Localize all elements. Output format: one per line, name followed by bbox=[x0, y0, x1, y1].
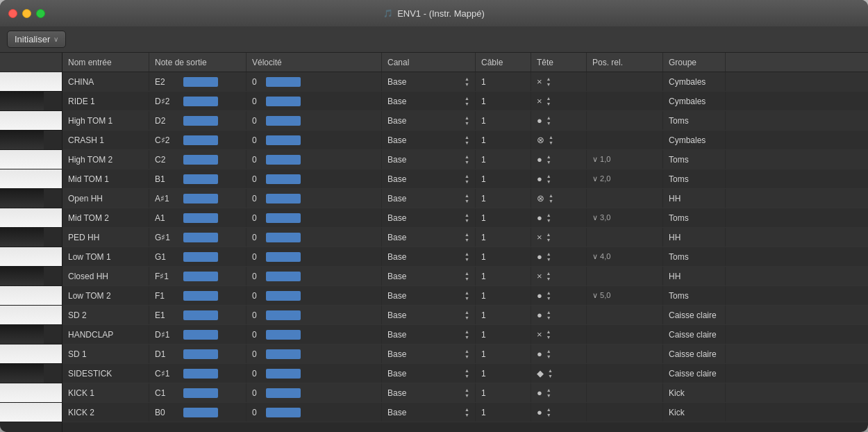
head-down-icon[interactable]: ▼ bbox=[546, 101, 551, 106]
up-arrow-icon[interactable]: ▲ bbox=[465, 368, 469, 373]
canal-spinner[interactable]: ▲▼ bbox=[465, 174, 469, 184]
table-row[interactable]: Open HHA♯10Base▲▼1⊗▲▼HH bbox=[62, 189, 868, 208]
table-row[interactable]: SIDESTICKC♯10Base▲▼1◆▲▼Caisse claire bbox=[62, 364, 868, 383]
table-row[interactable]: RIDE 1D♯20Base▲▼1×▲▼Cymbales bbox=[62, 92, 868, 111]
head-up-icon[interactable]: ▲ bbox=[546, 407, 551, 412]
head-up-icon[interactable]: ▲ bbox=[546, 154, 551, 159]
head-spinner[interactable]: ▲▼ bbox=[546, 213, 551, 223]
down-arrow-icon[interactable]: ▼ bbox=[465, 354, 469, 359]
down-arrow-icon[interactable]: ▼ bbox=[465, 140, 469, 145]
down-arrow-icon[interactable]: ▼ bbox=[465, 199, 469, 203]
down-arrow-icon[interactable]: ▼ bbox=[465, 218, 469, 223]
piano-key[interactable] bbox=[0, 169, 62, 189]
head-down-icon[interactable]: ▼ bbox=[546, 179, 551, 184]
head-spinner[interactable]: ▲▼ bbox=[546, 115, 551, 126]
head-down-icon[interactable]: ▼ bbox=[546, 257, 551, 262]
piano-key[interactable] bbox=[0, 383, 62, 403]
down-arrow-icon[interactable]: ▼ bbox=[465, 101, 469, 106]
canal-spinner[interactable]: ▲▼ bbox=[465, 193, 469, 203]
head-up-icon[interactable]: ▲ bbox=[546, 388, 551, 392]
up-arrow-icon[interactable]: ▲ bbox=[465, 135, 469, 140]
down-arrow-icon[interactable]: ▼ bbox=[465, 296, 469, 301]
canal-spinner[interactable]: ▲▼ bbox=[465, 329, 469, 340]
close-button[interactable] bbox=[8, 9, 17, 18]
initialiser-button[interactable]: Initialiser ∨ bbox=[7, 31, 66, 48]
canal-spinner[interactable]: ▲▼ bbox=[465, 232, 469, 242]
up-arrow-icon[interactable]: ▲ bbox=[465, 271, 469, 276]
up-arrow-icon[interactable]: ▲ bbox=[465, 154, 469, 159]
head-down-icon[interactable]: ▼ bbox=[546, 393, 551, 398]
head-spinner[interactable]: ▲▼ bbox=[546, 290, 551, 301]
head-down-icon[interactable]: ▼ bbox=[546, 121, 551, 126]
head-up-icon[interactable]: ▲ bbox=[546, 76, 551, 81]
head-down-icon[interactable]: ▼ bbox=[546, 335, 551, 340]
head-spinner[interactable]: ▲▼ bbox=[546, 251, 551, 262]
canal-spinner[interactable]: ▲▼ bbox=[465, 271, 469, 281]
head-down-icon[interactable]: ▼ bbox=[546, 354, 551, 359]
table-row[interactable]: PED HHG♯10Base▲▼1×▲▼HH bbox=[62, 228, 868, 247]
head-spinner[interactable]: ▲▼ bbox=[546, 154, 551, 165]
down-arrow-icon[interactable]: ▼ bbox=[465, 179, 469, 184]
head-spinner[interactable]: ▲▼ bbox=[549, 193, 553, 203]
head-down-icon[interactable]: ▼ bbox=[549, 140, 553, 145]
up-arrow-icon[interactable]: ▲ bbox=[465, 193, 469, 198]
piano-key[interactable] bbox=[0, 208, 62, 228]
piano-key[interactable] bbox=[0, 189, 62, 208]
piano-key[interactable] bbox=[0, 286, 62, 306]
canal-spinner[interactable]: ▲▼ bbox=[465, 388, 469, 398]
up-arrow-icon[interactable]: ▲ bbox=[465, 76, 469, 81]
down-arrow-icon[interactable]: ▼ bbox=[465, 335, 469, 340]
head-spinner[interactable]: ▲▼ bbox=[546, 329, 551, 340]
head-up-icon[interactable]: ▲ bbox=[546, 213, 551, 217]
table-row[interactable]: Closed HHF♯10Base▲▼1×▲▼HH bbox=[62, 267, 868, 286]
piano-key[interactable] bbox=[0, 150, 62, 169]
down-arrow-icon[interactable]: ▼ bbox=[465, 82, 469, 87]
head-down-icon[interactable]: ▼ bbox=[546, 276, 551, 281]
head-spinner[interactable]: ▲▼ bbox=[546, 271, 551, 281]
head-down-icon[interactable]: ▼ bbox=[546, 413, 551, 417]
head-up-icon[interactable]: ▲ bbox=[546, 251, 551, 256]
up-arrow-icon[interactable]: ▲ bbox=[465, 174, 469, 178]
piano-key[interactable] bbox=[0, 267, 62, 286]
table-row[interactable]: SD 2E10Base▲▼1●▲▼Caisse claire bbox=[62, 306, 868, 325]
up-arrow-icon[interactable]: ▲ bbox=[465, 115, 469, 120]
canal-spinner[interactable]: ▲▼ bbox=[465, 251, 469, 262]
head-spinner[interactable]: ▲▼ bbox=[546, 174, 551, 184]
table-row[interactable]: Low TOM 1G10Base▲▼1●▲▼∨ 4,0Toms bbox=[62, 247, 868, 267]
table-row[interactable]: CRASH 1C♯20Base▲▼1⊗▲▼Cymbales bbox=[62, 131, 868, 150]
down-arrow-icon[interactable]: ▼ bbox=[465, 374, 469, 379]
canal-spinner[interactable]: ▲▼ bbox=[465, 349, 469, 359]
up-arrow-icon[interactable]: ▲ bbox=[465, 388, 469, 392]
head-up-icon[interactable]: ▲ bbox=[546, 290, 551, 295]
table-row[interactable]: KICK 1C10Base▲▼1●▲▼Kick bbox=[62, 383, 868, 403]
canal-spinner[interactable]: ▲▼ bbox=[465, 135, 469, 145]
down-arrow-icon[interactable]: ▼ bbox=[465, 393, 469, 398]
down-arrow-icon[interactable]: ▼ bbox=[465, 276, 469, 281]
piano-key[interactable] bbox=[0, 306, 62, 325]
canal-spinner[interactable]: ▲▼ bbox=[465, 115, 469, 126]
head-spinner[interactable]: ▲▼ bbox=[546, 76, 551, 87]
piano-key[interactable] bbox=[0, 325, 62, 344]
head-spinner[interactable]: ▲▼ bbox=[546, 96, 551, 106]
head-up-icon[interactable]: ▲ bbox=[546, 329, 551, 334]
head-down-icon[interactable]: ▼ bbox=[546, 160, 551, 165]
down-arrow-icon[interactable]: ▼ bbox=[465, 315, 469, 320]
canal-spinner[interactable]: ▲▼ bbox=[465, 96, 469, 106]
table-row[interactable]: Mid TOM 1B10Base▲▼1●▲▼∨ 2,0Toms bbox=[62, 169, 868, 189]
head-spinner[interactable]: ▲▼ bbox=[546, 232, 551, 242]
table-row[interactable]: KICK 2B00Base▲▼1●▲▼Kick bbox=[62, 403, 868, 422]
head-spinner[interactable]: ▲▼ bbox=[548, 368, 553, 379]
piano-key[interactable] bbox=[0, 247, 62, 267]
down-arrow-icon[interactable]: ▼ bbox=[465, 238, 469, 242]
up-arrow-icon[interactable]: ▲ bbox=[465, 232, 469, 237]
up-arrow-icon[interactable]: ▲ bbox=[465, 349, 469, 354]
up-arrow-icon[interactable]: ▲ bbox=[465, 213, 469, 217]
piano-key[interactable] bbox=[0, 403, 62, 422]
up-arrow-icon[interactable]: ▲ bbox=[465, 251, 469, 256]
piano-key[interactable] bbox=[0, 364, 62, 383]
head-up-icon[interactable]: ▲ bbox=[546, 271, 551, 276]
maximize-button[interactable] bbox=[36, 9, 45, 18]
table-row[interactable]: Mid TOM 2A10Base▲▼1●▲▼∨ 3,0Toms bbox=[62, 208, 868, 228]
up-arrow-icon[interactable]: ▲ bbox=[465, 96, 469, 101]
up-arrow-icon[interactable]: ▲ bbox=[465, 329, 469, 334]
